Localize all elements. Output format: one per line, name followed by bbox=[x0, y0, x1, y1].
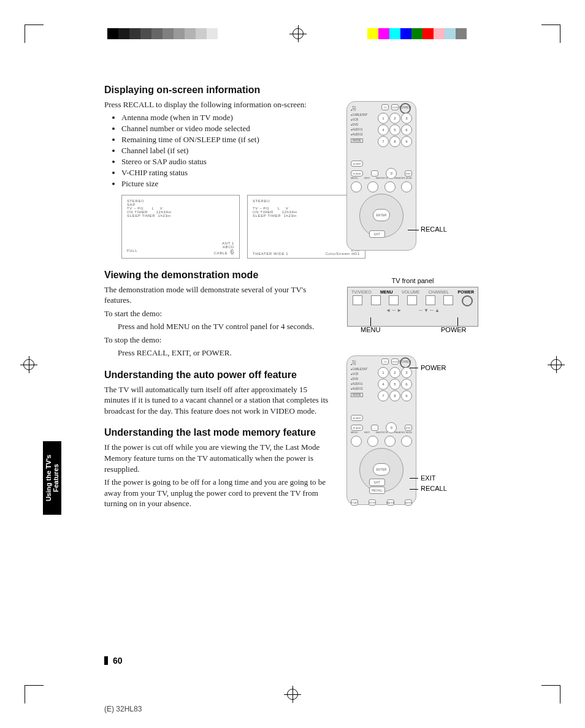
swatch bbox=[118, 28, 129, 39]
remote-fav-label: FAVORITE bbox=[376, 431, 388, 434]
color-bar bbox=[367, 28, 478, 39]
fp-label-tvvideo: TV/VIDEO bbox=[351, 290, 372, 294]
callout-line bbox=[410, 478, 418, 479]
remote-menu-button bbox=[351, 436, 362, 447]
body-text: To stop the demo: bbox=[104, 335, 484, 346]
remote-flash-button: FLASH bbox=[351, 170, 363, 176]
bullet-item: V-CHIP rating status bbox=[121, 168, 484, 178]
osd-br-inline: ColorStream HD1 bbox=[326, 252, 360, 256]
callout-line-v bbox=[370, 317, 371, 326]
remote-device-item: ●TV bbox=[351, 108, 367, 113]
remote-device-list: ●TV●CABLE/SAT●VCR●DVD●AUDIO1●AUDIO2 bbox=[351, 362, 367, 392]
swatch bbox=[400, 28, 411, 39]
remote-top-buttons: TV VCR bbox=[381, 104, 399, 110]
remote-recall-button: RECALL bbox=[369, 487, 385, 494]
remote-circle-row bbox=[351, 181, 412, 192]
callout-recall: RECALL bbox=[421, 226, 447, 233]
info-bullet-list: Antenna mode (when in TV mode)Channel nu… bbox=[121, 113, 484, 189]
remote-enter-button: ENTER bbox=[373, 463, 390, 476]
remote-device-item: ●AUDIO1 bbox=[351, 382, 367, 387]
swatch bbox=[411, 28, 422, 39]
swatch bbox=[129, 28, 140, 39]
bullet-item: Picture size bbox=[121, 179, 484, 189]
swatch bbox=[140, 28, 151, 39]
remote-digit-button: 6 bbox=[401, 379, 412, 390]
callout-line bbox=[408, 230, 419, 230]
fp-vol-up-button bbox=[407, 295, 417, 305]
bullet-item: Stereo or SAP audio status bbox=[121, 157, 484, 167]
callout-line bbox=[410, 368, 418, 368]
remote-theater-button bbox=[401, 181, 412, 192]
front-panel-box: TV/VIDEO MENU VOLUME CHANNEL POWER ◄ ─ ►… bbox=[347, 287, 478, 327]
swatch bbox=[218, 28, 229, 39]
remote-bottom-row: PLAY STOP PAUSE MUTE bbox=[351, 499, 412, 506]
osd-bottom: ANT 1 ABCD FULL CABLE 6 bbox=[127, 241, 234, 256]
remote-vcr-button: VCR bbox=[391, 358, 399, 365]
remote-ent-button: ENT bbox=[405, 170, 412, 176]
remote-diagram-2: TVPOWER ●TV●CABLE/SAT●VCR●DVD●AUDIO1●AUD… bbox=[346, 355, 416, 505]
callout-fp-menu: MENU bbox=[361, 326, 380, 333]
remote-mid-row: SLEEP bbox=[351, 161, 412, 167]
remote-label-row: MENU INFO FAVORITE THEATER WIDE bbox=[351, 431, 412, 434]
callout-line-v bbox=[457, 317, 458, 326]
remote-info-button bbox=[367, 436, 378, 447]
remote-exit-button: EXIT bbox=[369, 479, 385, 486]
remote-dash-button: — bbox=[371, 170, 378, 176]
bottom-crop-marks bbox=[25, 685, 560, 703]
bullet-item: Remaining time of ON/SLEEP time (if set) bbox=[121, 135, 484, 145]
body-text: If the power is going to be off for a lo… bbox=[104, 477, 331, 509]
remote-digit-button: 7 bbox=[378, 390, 389, 401]
swatch bbox=[196, 28, 207, 39]
crop-mark-tl bbox=[25, 25, 44, 43]
registration-mark-left bbox=[23, 359, 34, 370]
fp-arrow-ud: ─ ▼ ─ ▲ bbox=[419, 308, 440, 313]
remote-digit-button: 1 bbox=[378, 367, 389, 378]
remote-device-item: ●VCR bbox=[351, 372, 367, 377]
top-crop-marks bbox=[25, 25, 560, 43]
remote-digit-button: 4 bbox=[378, 379, 389, 390]
osd-bl: FULL bbox=[127, 249, 137, 256]
remote-mid-row: SLEEP bbox=[351, 415, 412, 421]
bullet-item: Channel number or video mode selected bbox=[121, 124, 484, 134]
remote-top-buttons: TV VCR bbox=[381, 358, 399, 365]
crop-mark-bl bbox=[25, 685, 44, 703]
fp-tvvideo-button bbox=[353, 295, 362, 305]
front-panel-buttons bbox=[351, 295, 474, 306]
intro-text: Press RECALL to display the following in… bbox=[104, 99, 484, 110]
fp-power-button bbox=[462, 295, 473, 306]
fp-label-power: POWER bbox=[458, 290, 474, 294]
remote-digit-button: 4 bbox=[378, 124, 389, 135]
remote-device-item: ●VCR bbox=[351, 118, 367, 123]
osd-box-1: STEREO SAP TV – PG L V ON TIMER 12h34m S… bbox=[121, 195, 240, 259]
remote-flash-button: FLASH bbox=[351, 425, 363, 431]
remote-digit-button: 5 bbox=[389, 124, 400, 135]
remote-info-label: INFO bbox=[364, 176, 370, 180]
remote-device-item: ●DVD bbox=[351, 123, 367, 127]
remote-mode-button: MODE bbox=[351, 393, 363, 397]
remote-digit-button: 8 bbox=[389, 390, 400, 401]
swatch bbox=[151, 28, 162, 39]
page-number: 60 bbox=[104, 656, 123, 665]
remote-device-list: ●TV●CABLE/SAT●VCR●DVD●AUDIO1●AUDIO2 bbox=[351, 108, 367, 137]
remote-theater-label: THEATER WIDE bbox=[394, 176, 412, 180]
remote-digit-button: 6 bbox=[401, 124, 412, 135]
remote-device-item: ●AUDIO2 bbox=[351, 387, 367, 392]
remote-numpad: 123456789 bbox=[378, 113, 411, 146]
swatch bbox=[107, 28, 118, 39]
callout-line bbox=[410, 489, 418, 490]
remote-tv-button: TV bbox=[381, 358, 389, 365]
osd-line: SLEEP TIMER 1h23m bbox=[253, 214, 360, 218]
bullet-item: Channel label (if set) bbox=[121, 146, 484, 156]
crop-mark-tr bbox=[541, 25, 560, 43]
heading-displaying-info: Displaying on-screen information bbox=[104, 85, 484, 96]
remote-exit-button: EXIT bbox=[369, 230, 385, 238]
swatch bbox=[422, 28, 434, 39]
osd-bottom-row: THEATER WIDE 1 ColorStream HD1 bbox=[253, 252, 360, 256]
callout-fp-power: POWER bbox=[441, 326, 467, 333]
remote-device-item: ●TV bbox=[351, 362, 367, 367]
fp-label-menu: MENU bbox=[380, 290, 393, 294]
footer-model: (E) 32HL83 bbox=[104, 705, 142, 713]
remote-digit-button: 2 bbox=[389, 113, 400, 124]
remote-fav-button bbox=[384, 436, 396, 447]
osd-bottom-row: FULL CABLE 6 bbox=[127, 249, 234, 256]
